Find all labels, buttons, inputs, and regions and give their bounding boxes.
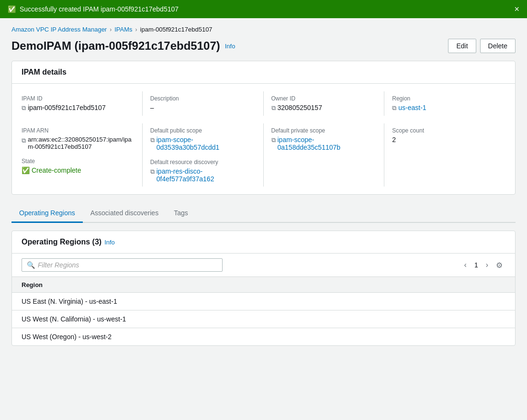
success-icon: ✅ xyxy=(8,5,16,13)
tab-tags[interactable]: Tags xyxy=(166,204,196,223)
copy-owner-id-icon[interactable]: ⧉ xyxy=(271,104,276,112)
page-info-link[interactable]: Info xyxy=(225,43,235,50)
ipam-id-col: IPAM ID ⧉ ipam-005f921c17ebd5107 xyxy=(22,91,143,116)
default-resource-discovery-link[interactable]: ipam-res-disco-0f4ef577a9f37a162 xyxy=(157,167,256,183)
default-resource-discovery-value: ⧉ ipam-res-disco-0f4ef577a9f37a162 xyxy=(150,167,256,183)
operating-regions-title: Operating Regions (3) xyxy=(22,238,101,246)
region-value: ⧉ us-east-1 xyxy=(392,104,498,112)
tab-operating-regions[interactable]: Operating Regions xyxy=(11,204,83,223)
default-resource-discovery-label: Default resource discovery xyxy=(150,159,256,166)
default-public-scope-link[interactable]: ipam-scope-0d3539a30b57dcdd1 xyxy=(157,136,256,151)
ipam-details-card: IPAM details IPAM ID ⧉ ipam-005f921c17eb… xyxy=(11,61,516,195)
search-input[interactable] xyxy=(38,261,217,269)
ipam-details-title: IPAM details xyxy=(22,68,505,77)
copy-region-icon[interactable]: ⧉ xyxy=(392,104,396,112)
owner-id-col: Owner ID ⧉ 320805250157 xyxy=(264,91,385,116)
default-public-scope-col: Default public scope ⧉ ipam-scope-0d3539… xyxy=(143,123,264,187)
operating-regions-header: Operating Regions (3) (3) Info xyxy=(12,231,515,254)
breadcrumb-current: ipam-005f921c17ebd5107 xyxy=(140,26,213,33)
default-public-scope-value: ⧉ ipam-scope-0d3539a30b57dcdd1 xyxy=(150,136,256,151)
scope-count-col: Scope count 2 xyxy=(384,123,505,187)
breadcrumb-separator-2: › xyxy=(135,26,137,33)
search-box[interactable]: 🔍 xyxy=(22,258,223,272)
state-label: State xyxy=(22,158,135,165)
table-row: US East (N. Virginia) - us-east-1 xyxy=(12,293,515,310)
tabs: Operating Regions Associated discoveries… xyxy=(11,204,516,223)
breadcrumb-link-vpc[interactable]: Amazon VPC IP Address Manager xyxy=(11,26,107,33)
table-row: US West (N. California) - us-west-1 xyxy=(12,310,515,328)
state-value: ✅ Create-complete xyxy=(22,166,135,174)
ipam-arn-col: IPAM ARN ⧉ arn:aws:ec2::320805250157:ipa… xyxy=(22,123,143,187)
default-public-scope-label: Default public scope xyxy=(150,127,256,134)
region-link[interactable]: us-east-1 xyxy=(398,104,426,111)
copy-resource-discovery-icon[interactable]: ⧉ xyxy=(150,168,155,176)
edit-button[interactable]: Edit xyxy=(448,39,476,53)
scope-count-value: 2 xyxy=(392,136,498,144)
region-col: Region ⧉ us-east-1 xyxy=(384,91,505,116)
page-title-text: DemoIPAM (ipam-005f921c17ebd5107) xyxy=(11,39,220,53)
owner-id-value: ⧉ 320805250157 xyxy=(271,104,377,112)
description-label: Description xyxy=(150,95,256,102)
description-col: Description – xyxy=(143,91,264,116)
table-settings-button[interactable]: ⚙ xyxy=(493,259,505,272)
copy-ipam-id-icon[interactable]: ⧉ xyxy=(22,104,26,112)
owner-id-text: 320805250157 xyxy=(278,104,322,111)
breadcrumb-separator-1: › xyxy=(110,26,112,33)
success-banner: ✅ Successfully created IPAM ipam-005f921… xyxy=(0,0,527,18)
page-title: DemoIPAM (ipam-005f921c17ebd5107) Info xyxy=(11,39,235,53)
region-column-header: Region xyxy=(22,281,43,288)
prev-page-button[interactable]: ‹ xyxy=(461,259,470,271)
banner-close-button[interactable]: × xyxy=(514,5,519,13)
ipam-details-header: IPAM details xyxy=(12,61,515,84)
main-content: Amazon VPC IP Address Manager › IPAMs › … xyxy=(0,18,527,354)
ipam-id-label: IPAM ID xyxy=(22,95,135,102)
ipam-id-text: ipam-005f921c17ebd5107 xyxy=(28,104,106,111)
next-page-button[interactable]: › xyxy=(483,259,491,271)
title-actions: Edit Delete xyxy=(448,39,516,53)
delete-button[interactable]: Delete xyxy=(480,39,516,53)
page-number: 1 xyxy=(471,261,481,269)
ipam-arn-label: IPAM ARN xyxy=(22,127,135,134)
operating-regions-card: Operating Regions (3) (3) Info 🔍 ‹ 1 › ⚙… xyxy=(11,231,516,346)
tab-associated-discoveries[interactable]: Associated discoveries xyxy=(83,204,166,223)
state-link[interactable]: Create-complete xyxy=(32,166,81,174)
ipam-arn-text: arn:aws:ec2::320805250157:ipam/ipam-005f… xyxy=(28,136,135,150)
default-private-scope-value: ⧉ ipam-scope-0a158dde35c51107b xyxy=(271,136,377,151)
pagination: ‹ 1 › ⚙ xyxy=(461,259,505,272)
ipam-details-body: IPAM ID ⧉ ipam-005f921c17ebd5107 Descrip… xyxy=(12,84,515,194)
success-message: Successfully created IPAM ipam-005f921c1… xyxy=(20,5,179,13)
breadcrumb: Amazon VPC IP Address Manager › IPAMs › … xyxy=(11,26,516,33)
scope-count-label: Scope count xyxy=(392,127,498,134)
search-icon: 🔍 xyxy=(27,261,35,269)
default-private-scope-col: Default private scope ⧉ ipam-scope-0a158… xyxy=(264,123,385,187)
regions-toolbar: 🔍 ‹ 1 › ⚙ xyxy=(12,254,515,277)
breadcrumb-link-ipams[interactable]: IPAMs xyxy=(114,26,132,33)
table-row: US West (Oregon) - us-west-2 xyxy=(12,328,515,345)
default-private-scope-label: Default private scope xyxy=(271,127,377,134)
copy-arn-icon[interactable]: ⧉ xyxy=(22,137,26,144)
owner-id-label: Owner ID xyxy=(271,95,377,102)
default-private-scope-link[interactable]: ipam-scope-0a158dde35c51107b xyxy=(278,136,377,151)
copy-private-scope-icon[interactable]: ⧉ xyxy=(271,136,276,144)
copy-public-scope-icon[interactable]: ⧉ xyxy=(150,136,155,144)
ipam-id-value: ⧉ ipam-005f921c17ebd5107 xyxy=(22,104,135,112)
ipam-arn-value: ⧉ arn:aws:ec2::320805250157:ipam/ipam-00… xyxy=(22,136,135,150)
region-label: Region xyxy=(392,95,498,102)
table-header: Region xyxy=(12,277,515,293)
state-check-icon: ✅ xyxy=(22,166,30,174)
operating-regions-info-link[interactable]: Info xyxy=(104,239,115,246)
description-value: – xyxy=(150,104,256,111)
page-title-row: DemoIPAM (ipam-005f921c17ebd5107) Info E… xyxy=(11,39,516,53)
